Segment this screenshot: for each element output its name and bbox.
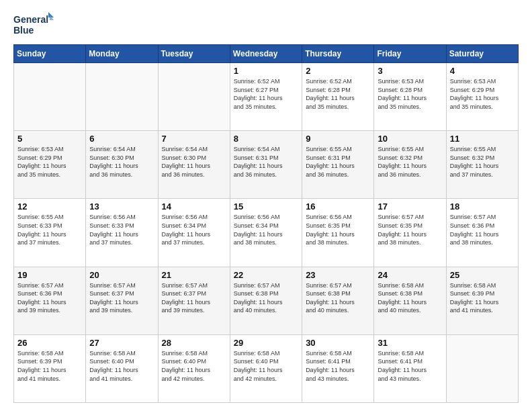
- day-number: 6: [89, 134, 154, 144]
- day-info: and 38 minutes.: [450, 238, 515, 247]
- day-number: 25: [450, 270, 515, 280]
- logo-svg: General Blue: [13, 11, 54, 39]
- day-info: Sunrise: 6:58 AM: [89, 349, 154, 358]
- day-info: Daylight: 11 hours: [234, 162, 298, 171]
- day-info: and 39 minutes.: [89, 306, 154, 315]
- calendar-cell: 10Sunrise: 6:55 AMSunset: 6:32 PMDayligh…: [374, 131, 446, 199]
- calendar-cell: 8Sunrise: 6:54 AMSunset: 6:31 PMDaylight…: [230, 131, 302, 199]
- calendar-cell: 12Sunrise: 6:55 AMSunset: 6:33 PMDayligh…: [14, 199, 86, 267]
- day-info: and 38 minutes.: [378, 238, 442, 247]
- day-number: 19: [17, 270, 82, 280]
- day-info: Sunrise: 6:57 AM: [306, 281, 370, 290]
- day-info: Daylight: 11 hours: [234, 298, 298, 307]
- weekday-header-thursday: Thursday: [302, 45, 374, 63]
- weekday-header-friday: Friday: [374, 45, 446, 63]
- day-info: Sunrise: 6:54 AM: [89, 145, 154, 154]
- calendar-cell: 23Sunrise: 6:57 AMSunset: 6:38 PMDayligh…: [302, 267, 374, 334]
- calendar-cell: 18Sunrise: 6:57 AMSunset: 6:36 PMDayligh…: [446, 199, 518, 267]
- day-info: and 43 minutes.: [378, 375, 442, 383]
- day-info: and 41 minutes.: [89, 375, 154, 383]
- day-info: Daylight: 11 hours: [306, 298, 370, 307]
- day-info: Sunrise: 6:55 AM: [450, 145, 515, 154]
- calendar-cell: 17Sunrise: 6:57 AMSunset: 6:35 PMDayligh…: [374, 199, 446, 267]
- day-info: and 36 minutes.: [162, 171, 226, 179]
- day-info: Daylight: 11 hours: [450, 298, 515, 307]
- day-info: Sunrise: 6:55 AM: [378, 145, 442, 154]
- day-number: 21: [162, 270, 226, 280]
- day-info: Daylight: 11 hours: [162, 366, 226, 375]
- day-number: 30: [306, 338, 370, 348]
- day-info: Sunrise: 6:56 AM: [306, 213, 370, 222]
- day-info: Daylight: 11 hours: [450, 230, 515, 239]
- calendar-cell: 5Sunrise: 6:53 AMSunset: 6:29 PMDaylight…: [14, 131, 86, 199]
- day-info: and 43 minutes.: [306, 375, 370, 383]
- day-info: and 41 minutes.: [17, 375, 82, 383]
- day-number: 22: [234, 270, 298, 280]
- day-info: Sunrise: 6:58 AM: [378, 349, 442, 358]
- calendar-cell: 2Sunrise: 6:52 AMSunset: 6:28 PMDaylight…: [302, 63, 374, 131]
- day-info: Sunrise: 6:56 AM: [162, 213, 226, 222]
- day-info: Sunset: 6:27 PM: [234, 86, 298, 95]
- weekday-header-monday: Monday: [86, 45, 158, 63]
- day-info: Daylight: 11 hours: [89, 162, 154, 171]
- day-info: Sunrise: 6:52 AM: [306, 77, 370, 86]
- day-info: Daylight: 11 hours: [378, 298, 442, 307]
- day-number: 24: [378, 270, 442, 280]
- svg-text:General: General: [13, 14, 48, 25]
- day-info: Daylight: 11 hours: [306, 94, 370, 103]
- day-info: and 41 minutes.: [450, 306, 515, 315]
- day-info: and 35 minutes.: [17, 171, 82, 179]
- day-number: 27: [89, 338, 154, 348]
- day-info: Daylight: 11 hours: [162, 298, 226, 307]
- day-info: and 39 minutes.: [162, 306, 226, 315]
- calendar-cell: 1Sunrise: 6:52 AMSunset: 6:27 PMDaylight…: [230, 63, 302, 131]
- day-number: 1: [234, 66, 298, 76]
- calendar-cell: [86, 63, 158, 131]
- day-info: Daylight: 11 hours: [306, 230, 370, 239]
- day-info: and 37 minutes.: [17, 238, 82, 247]
- day-info: Daylight: 11 hours: [450, 162, 515, 171]
- day-info: Sunset: 6:41 PM: [306, 357, 370, 366]
- calendar-cell: 30Sunrise: 6:58 AMSunset: 6:41 PMDayligh…: [302, 334, 374, 402]
- day-info: Sunset: 6:37 PM: [162, 289, 226, 298]
- day-info: Sunrise: 6:58 AM: [234, 349, 298, 358]
- day-info: Sunrise: 6:55 AM: [306, 145, 370, 154]
- day-number: 10: [378, 134, 442, 144]
- day-info: Sunrise: 6:58 AM: [162, 349, 226, 358]
- day-number: 9: [306, 134, 370, 144]
- day-number: 29: [234, 338, 298, 348]
- day-info: Daylight: 11 hours: [234, 94, 298, 103]
- day-info: and 42 minutes.: [234, 375, 298, 383]
- day-info: Sunset: 6:36 PM: [450, 222, 515, 230]
- day-info: Daylight: 11 hours: [378, 162, 442, 171]
- day-info: Sunset: 6:30 PM: [162, 154, 226, 163]
- day-info: and 36 minutes.: [89, 171, 154, 179]
- day-info: Daylight: 11 hours: [89, 298, 154, 307]
- day-info: Sunset: 6:35 PM: [306, 222, 370, 230]
- weekday-header-row: SundayMondayTuesdayWednesdayThursdayFrid…: [14, 45, 519, 63]
- day-info: Daylight: 11 hours: [450, 94, 515, 103]
- calendar-cell: 20Sunrise: 6:57 AMSunset: 6:37 PMDayligh…: [86, 267, 158, 334]
- day-info: Daylight: 11 hours: [234, 366, 298, 375]
- day-info: Sunrise: 6:54 AM: [234, 145, 298, 154]
- calendar-cell: 28Sunrise: 6:58 AMSunset: 6:40 PMDayligh…: [158, 334, 230, 402]
- calendar-cell: [446, 334, 518, 402]
- calendar-cell: 14Sunrise: 6:56 AMSunset: 6:34 PMDayligh…: [158, 199, 230, 267]
- weekday-header-saturday: Saturday: [446, 45, 518, 63]
- day-info: Sunset: 6:29 PM: [17, 154, 82, 163]
- calendar-cell: 24Sunrise: 6:58 AMSunset: 6:38 PMDayligh…: [374, 267, 446, 334]
- calendar-cell: 27Sunrise: 6:58 AMSunset: 6:40 PMDayligh…: [86, 334, 158, 402]
- day-info: Sunset: 6:29 PM: [450, 86, 515, 95]
- day-info: Sunrise: 6:53 AM: [17, 145, 82, 154]
- day-info: and 40 minutes.: [234, 306, 298, 315]
- day-info: and 37 minutes.: [162, 238, 226, 247]
- day-info: and 35 minutes.: [378, 103, 442, 111]
- day-info: Sunrise: 6:57 AM: [234, 281, 298, 290]
- calendar-cell: 22Sunrise: 6:57 AMSunset: 6:38 PMDayligh…: [230, 267, 302, 334]
- day-info: Daylight: 11 hours: [234, 230, 298, 239]
- calendar-cell: [14, 63, 86, 131]
- day-info: and 39 minutes.: [17, 306, 82, 315]
- day-info: Daylight: 11 hours: [17, 366, 82, 375]
- day-info: Sunset: 6:31 PM: [306, 154, 370, 163]
- day-info: Sunset: 6:40 PM: [234, 357, 298, 366]
